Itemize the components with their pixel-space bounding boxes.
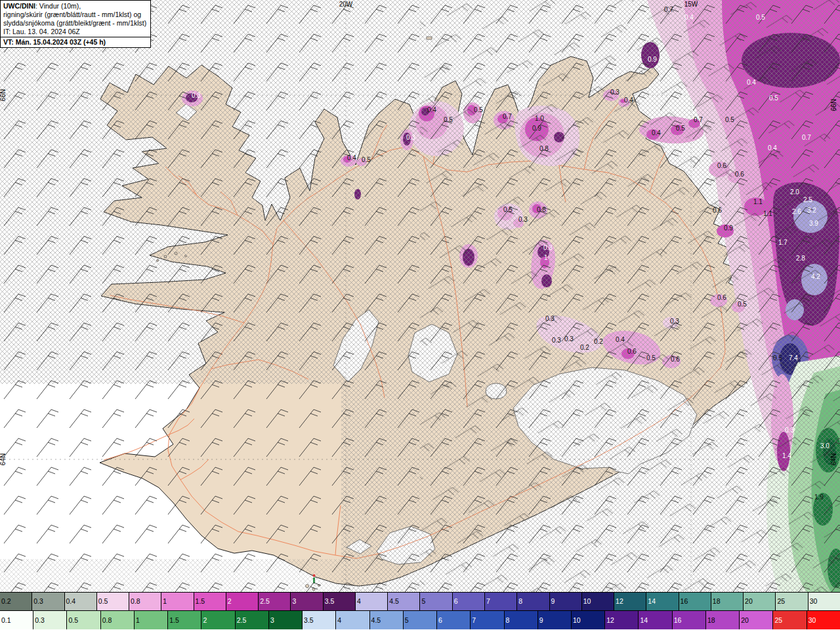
colorbar-cell-snow-25: 25 xyxy=(776,593,808,610)
colorbar-cell-rain-4: 4 xyxy=(336,611,369,629)
colorbar-cell-label: 2 xyxy=(226,598,232,605)
colorbar-cell-label: 7 xyxy=(485,598,490,605)
colorbar-cell-snow-9: 9 xyxy=(550,593,582,610)
precip-value-label: 1.4 xyxy=(782,452,791,459)
precip-value-label: 0.5 xyxy=(474,106,483,114)
colorbar-cell-label: 1.5 xyxy=(194,598,205,605)
colorbar-cell-snow-0.4: 0.4 xyxy=(65,593,97,610)
colorbar-cell-rain-5: 5 xyxy=(404,611,437,629)
precip-value-label: 0.7 xyxy=(802,134,811,141)
weather-map: 0.40.50.50.71.00.90.80.30.30.40.50.30.40… xyxy=(0,0,840,593)
colorbar-cell-snow-18: 18 xyxy=(711,593,744,610)
colorbar-cell-label: 1 xyxy=(135,617,140,624)
precip-value-label: 1.1 xyxy=(763,210,772,217)
colorbar-cell-rain-14: 14 xyxy=(639,611,672,629)
colorbar-cell-snow-12: 12 xyxy=(614,593,646,610)
colorbar-cell-snow-8: 8 xyxy=(517,593,549,610)
precip-value-label: 0.2 xyxy=(594,338,603,345)
colorbar-cell-label: 3 xyxy=(291,598,296,605)
colorbar-cell-rain-1.5: 1.5 xyxy=(168,611,201,629)
precip-value-label: 2.6 xyxy=(792,208,801,215)
colorbar-cell-label: 7 xyxy=(471,617,476,624)
colorbar-cell-label: 3.5 xyxy=(303,617,314,624)
precip-value-label: 0.6 xyxy=(713,207,722,214)
graticule-label: 66N xyxy=(0,89,7,101)
colorbar-cell-snow-5: 5 xyxy=(420,593,452,610)
colorbar-cell-snow-20: 20 xyxy=(744,593,776,610)
precip-value-label: 2.5 xyxy=(803,196,812,203)
colorbar-cell-snow-10: 10 xyxy=(582,593,614,610)
precip-value-label: 0.5 xyxy=(769,94,778,102)
precip-value-label: 0.4 xyxy=(652,129,661,136)
precip-value-label: 0.9 xyxy=(648,56,657,63)
precip-value-label: 0.3 xyxy=(610,89,620,96)
colorbar-cell-rain-25: 25 xyxy=(773,611,807,629)
colorbar-cell-label: 9 xyxy=(538,617,543,624)
precip-value-label: 1.1 xyxy=(753,198,763,205)
colorbar-cell-label: 6 xyxy=(453,598,458,605)
precip-value-label: 1.7 xyxy=(778,239,788,246)
colorbar-cell-label: 0.2 xyxy=(0,598,11,605)
precip-value-label: 0.4 xyxy=(747,79,756,86)
colorbar-cell-rain-9: 9 xyxy=(538,611,572,629)
colorbar-cell-snow-0.8: 0.8 xyxy=(129,593,161,610)
colorbar-cell-label: 12 xyxy=(605,617,614,624)
colorbar-cell-label: 14 xyxy=(646,598,656,605)
colorbar-cell-rain-3.5: 3.5 xyxy=(303,611,336,629)
precip-value-label: 0.6 xyxy=(671,356,680,363)
colorbar-cell-rain-10: 10 xyxy=(572,611,605,629)
precip-value-label: 0.7 xyxy=(503,113,512,120)
precip-value-label: 0.3 xyxy=(406,134,415,141)
colorbar-cell-label: 30 xyxy=(808,598,818,605)
colorbar-cell-snow-7: 7 xyxy=(485,593,517,610)
legend-colorbars: 0.20.30.40.50.811.522.533.544.5567891012… xyxy=(0,592,840,630)
colorbar-cell-rain-30: 30 xyxy=(807,611,840,629)
precip-value-label: 0.5 xyxy=(773,354,782,362)
colorbar-cell-label: 1 xyxy=(161,598,167,605)
precip-value-label: 0.9 xyxy=(724,224,733,232)
title-line-model: UWC/DINI: Vindur (10m), xyxy=(3,2,146,10)
precip-value-label: 0.3 xyxy=(543,244,553,251)
colorbar-cell-rain-0.1: 0.1 xyxy=(0,611,33,629)
precip-value-label: 0.3 xyxy=(192,92,201,99)
wind-barbs-layer xyxy=(0,0,840,593)
precip-value-label: 1.0 xyxy=(535,115,544,122)
colorbar-cell-snow-16: 16 xyxy=(679,593,711,610)
precip-value-label: 0.5 xyxy=(725,116,734,123)
colorbar-cell-snow-4: 4 xyxy=(356,593,388,610)
colorbar-cell-snow-14: 14 xyxy=(646,593,679,610)
precip-value-label: 0.5 xyxy=(646,354,656,362)
precip-value-label: 0.6 xyxy=(627,348,637,355)
colorbar-cell-label: 5 xyxy=(404,617,409,624)
title-box: UWC/DINI: Vindur (10m), rigning/skúrir (… xyxy=(0,0,151,48)
colorbar-cell-label: 2.5 xyxy=(259,598,270,605)
graticule-label: 66N xyxy=(830,99,837,111)
precip-value-label: 0.3 xyxy=(518,216,528,223)
colorbar-cell-label: 0.8 xyxy=(129,598,140,605)
precip-value-label: 0.5 xyxy=(444,116,453,123)
colorbar-cell-label: 25 xyxy=(776,598,785,605)
colorbar-cell-label: 18 xyxy=(706,617,715,624)
colorbar-cell-rain-0.8: 0.8 xyxy=(101,611,135,629)
colorbar-cell-snow-2.5: 2.5 xyxy=(259,593,291,610)
colorbar-cell-rain-16: 16 xyxy=(673,611,706,629)
colorbar-cell-rain-2: 2 xyxy=(201,611,235,629)
precip-value-label: 3.2 xyxy=(807,207,816,214)
colorbar-cell-rain-18: 18 xyxy=(706,611,740,629)
colorbar-cell-label: 0.3 xyxy=(32,598,43,605)
precip-value-label: 0.2 xyxy=(580,344,589,351)
precip-value-label: 1.9 xyxy=(814,494,824,501)
colorbar-cell-label: 0.1 xyxy=(0,617,11,624)
precip-value-label: 0.5 xyxy=(756,14,765,21)
colorbar-cell-label: 18 xyxy=(711,598,721,605)
colorbar-cell-label: 0.5 xyxy=(97,598,108,605)
colorbar-cell-snow-3.5: 3.5 xyxy=(324,593,356,610)
colorbar-cell-snow-1: 1 xyxy=(161,593,194,610)
precip-value-label: 0.4 xyxy=(616,336,625,343)
colorbar-cell-rain-7: 7 xyxy=(471,611,504,629)
colorbar-cell-label: 30 xyxy=(807,617,816,624)
precip-value-label: 0.4 xyxy=(624,96,633,104)
colorbar-cell-snow-2: 2 xyxy=(226,593,259,610)
precip-value-label: 0.6 xyxy=(717,294,726,301)
precip-value-label: 0.7 xyxy=(694,116,703,123)
